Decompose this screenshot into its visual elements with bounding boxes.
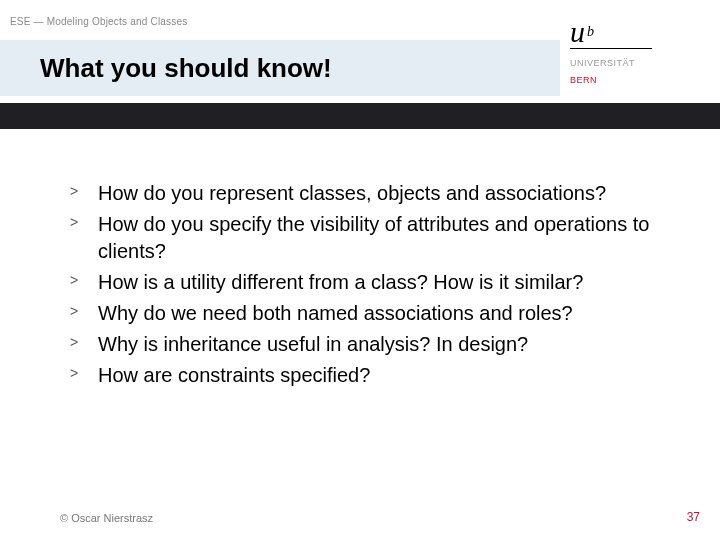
list-item: How do you represent classes, objects an… [70,180,670,207]
list-item: Why do we need both named associations a… [70,300,670,327]
logo-university-word: UNIVERSITÄT [570,58,635,68]
title-band: What you should know! [0,40,560,96]
bullet-list: How do you represent classes, objects an… [70,180,670,393]
page-number: 37 [687,510,700,524]
list-item: How do you specify the visibility of att… [70,211,670,265]
logo-u-glyph: u [570,22,585,42]
list-item: How is a utility different from a class?… [70,269,670,296]
footer-copyright: © Oscar Nierstrasz [60,512,153,524]
slide-title: What you should know! [40,53,332,84]
list-item: How are constraints specified? [70,362,670,389]
logo-b-glyph: b [587,24,594,39]
logo-bern-word: BERN [570,75,597,85]
university-logo: ub UNIVERSITÄT BERN [570,22,660,87]
slide: ESE — Modeling Objects and Classes What … [0,0,720,540]
dark-band [0,103,720,129]
breadcrumb: ESE — Modeling Objects and Classes [10,16,187,27]
logo-divider [570,48,652,49]
list-item: Why is inheritance useful in analysis? I… [70,331,670,358]
